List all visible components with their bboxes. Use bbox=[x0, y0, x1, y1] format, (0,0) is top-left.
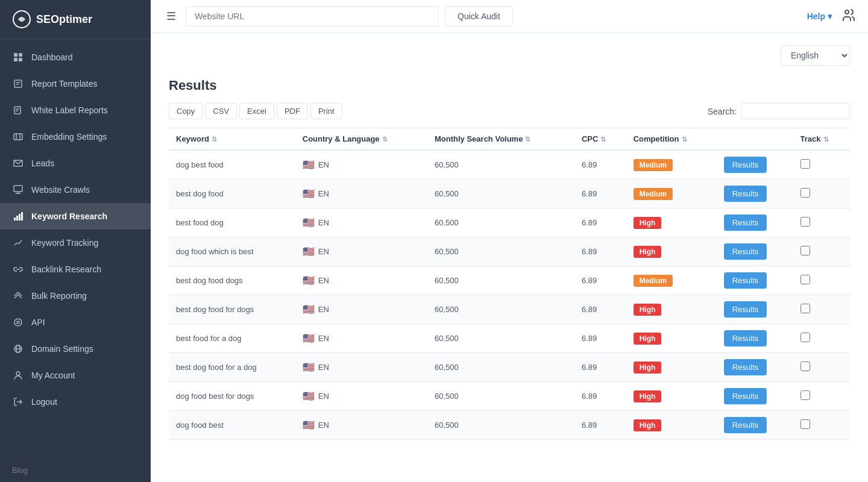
keyword-cell[interactable]: best food for a dog bbox=[169, 324, 295, 353]
export-copy-button[interactable]: Copy bbox=[169, 103, 203, 119]
sidebar-blog-link[interactable]: Blog bbox=[0, 459, 151, 482]
track-checkbox[interactable] bbox=[800, 217, 810, 227]
table-row: dog food best 🇺🇸 EN 60,500 6.89 High Res… bbox=[169, 411, 850, 440]
sidebar-item-white-label-reports[interactable]: White Label Reports bbox=[0, 97, 151, 124]
hamburger-button[interactable]: ☰ bbox=[163, 6, 180, 27]
keyword-cell[interactable]: dog food best bbox=[169, 411, 295, 440]
white-label-reports-icon bbox=[12, 104, 24, 116]
svg-rect-15 bbox=[14, 186, 22, 192]
app-name: SEOptimer bbox=[36, 13, 92, 26]
search-input[interactable] bbox=[741, 103, 850, 119]
lang-code: EN bbox=[318, 363, 329, 372]
lang-code: EN bbox=[318, 189, 329, 198]
sidebar-item-label: Report Templates bbox=[31, 79, 97, 89]
keyword-cell[interactable]: dog best food bbox=[169, 150, 295, 180]
results-button[interactable]: Results bbox=[724, 359, 767, 375]
table-row: dog food best for dogs 🇺🇸 EN 60,500 6.89… bbox=[169, 382, 850, 411]
track-checkbox[interactable] bbox=[800, 333, 810, 342]
sidebar-item-label: Embedding Settings bbox=[31, 132, 107, 142]
flag-icon: 🇺🇸 bbox=[303, 390, 315, 402]
col-header-keyword[interactable]: Keyword⇅ bbox=[169, 128, 295, 151]
sidebar-item-embedding-settings[interactable]: Embedding Settings bbox=[0, 124, 151, 150]
track-checkbox[interactable] bbox=[800, 188, 810, 198]
export-print-button[interactable]: Print bbox=[310, 103, 342, 119]
sidebar-logo: SEOptimer bbox=[0, 0, 151, 39]
results-button[interactable]: Results bbox=[724, 186, 767, 202]
results-button[interactable]: Results bbox=[724, 330, 767, 346]
col-header-cpc[interactable]: CPC⇅ bbox=[574, 128, 626, 151]
sort-icon: ⇅ bbox=[682, 136, 687, 143]
sidebar-item-keyword-research[interactable]: Keyword Research bbox=[0, 203, 151, 230]
track-checkbox[interactable] bbox=[800, 246, 810, 255]
results-button[interactable]: Results bbox=[724, 301, 767, 318]
svg-line-23 bbox=[17, 243, 19, 244]
sidebar-item-api[interactable]: API bbox=[0, 309, 151, 336]
sidebar-item-label: Bulk Reporting bbox=[31, 291, 87, 301]
results-cell: Results bbox=[717, 324, 793, 353]
lang-code: EN bbox=[318, 276, 329, 285]
topbar: ☰ Quick Audit Help ▾ bbox=[151, 0, 868, 33]
quick-audit-button[interactable]: Quick Audit bbox=[445, 6, 513, 27]
track-checkbox[interactable] bbox=[800, 362, 810, 371]
keyword-cell[interactable]: best food dog bbox=[169, 208, 295, 237]
table-row: dog food which is best 🇺🇸 EN 60,500 6.89… bbox=[169, 237, 850, 266]
export-excel-button[interactable]: Excel bbox=[239, 103, 274, 119]
keyword-cell[interactable]: dog food which is best bbox=[169, 237, 295, 266]
cpc-cell: 6.89 bbox=[574, 324, 626, 353]
users-icon-button[interactable] bbox=[841, 8, 856, 25]
track-checkbox[interactable] bbox=[800, 275, 810, 284]
competition-badge: High bbox=[634, 362, 662, 374]
sidebar-item-leads[interactable]: Leads bbox=[0, 150, 151, 177]
sidebar-item-domain-settings[interactable]: Domain Settings bbox=[0, 336, 151, 362]
export-row: CopyCSVExcelPDFPrint Search: bbox=[169, 103, 850, 119]
competition-cell: High bbox=[626, 411, 717, 440]
col-header-track[interactable]: Track⇅ bbox=[793, 128, 850, 151]
sidebar-item-dashboard[interactable]: Dashboard bbox=[0, 44, 151, 70]
volume-cell: 60,500 bbox=[427, 237, 574, 266]
competition-cell: Medium bbox=[626, 266, 717, 295]
sidebar-item-keyword-tracking[interactable]: Keyword Tracking bbox=[0, 230, 151, 256]
volume-cell: 60,500 bbox=[427, 295, 574, 324]
track-checkbox[interactable] bbox=[800, 419, 810, 429]
sidebar-item-backlink-research[interactable]: Backlink Research bbox=[0, 256, 151, 283]
sidebar-item-label: Website Crawls bbox=[31, 185, 90, 195]
sidebar-item-label: Backlink Research bbox=[31, 264, 101, 274]
cpc-cell: 6.89 bbox=[574, 180, 626, 208]
col-header-results[interactable] bbox=[717, 128, 793, 151]
help-button[interactable]: Help ▾ bbox=[807, 11, 832, 21]
cpc-cell: 6.89 bbox=[574, 295, 626, 324]
keyword-cell[interactable]: best dog food for dogs bbox=[169, 295, 295, 324]
col-header-competition[interactable]: Competition⇅ bbox=[626, 128, 717, 151]
track-checkbox[interactable] bbox=[800, 304, 810, 313]
country-language-cell: 🇺🇸 EN bbox=[295, 353, 427, 382]
track-checkbox[interactable] bbox=[800, 390, 810, 400]
website-url-input[interactable] bbox=[186, 6, 439, 27]
sidebar-item-website-crawls[interactable]: Website Crawls bbox=[0, 177, 151, 203]
export-csv-button[interactable]: CSV bbox=[205, 103, 237, 119]
sidebar-item-logout[interactable]: Logout bbox=[0, 389, 151, 415]
export-pdf-button[interactable]: PDF bbox=[277, 103, 308, 119]
col-header-country_language[interactable]: Country & Language⇅ bbox=[295, 128, 427, 151]
results-button[interactable]: Results bbox=[724, 214, 767, 231]
sort-icon: ⇅ bbox=[823, 136, 829, 143]
keyword-cell[interactable]: best dog food for a dog bbox=[169, 353, 295, 382]
results-button[interactable]: Results bbox=[724, 388, 767, 404]
results-button[interactable]: Results bbox=[724, 417, 767, 433]
keyword-cell[interactable]: dog food best for dogs bbox=[169, 382, 295, 411]
results-button[interactable]: Results bbox=[724, 272, 767, 289]
track-checkbox[interactable] bbox=[800, 159, 810, 169]
keyword-cell[interactable]: best dog food dogs bbox=[169, 266, 295, 295]
sidebar-item-report-templates[interactable]: Report Templates bbox=[0, 70, 151, 97]
competition-badge: High bbox=[634, 333, 662, 345]
svg-rect-4 bbox=[19, 58, 22, 61]
results-button[interactable]: Results bbox=[724, 157, 767, 173]
results-button[interactable]: Results bbox=[724, 243, 767, 260]
keyword-cell[interactable]: best dog food bbox=[169, 180, 295, 208]
page-content: EnglishSpanishFrenchGermanItalian Result… bbox=[151, 33, 868, 482]
table-header: Keyword⇅Country & Language⇅Monthly Searc… bbox=[169, 128, 850, 151]
col-header-monthly_search_volume[interactable]: Monthly Search Volume⇅ bbox=[427, 128, 574, 151]
sidebar-item-bulk-reporting[interactable]: Bulk Reporting bbox=[0, 283, 151, 309]
volume-cell: 60,500 bbox=[427, 353, 574, 382]
language-select[interactable]: EnglishSpanishFrenchGermanItalian bbox=[781, 45, 850, 66]
sidebar-item-my-account[interactable]: My Account bbox=[0, 362, 151, 389]
